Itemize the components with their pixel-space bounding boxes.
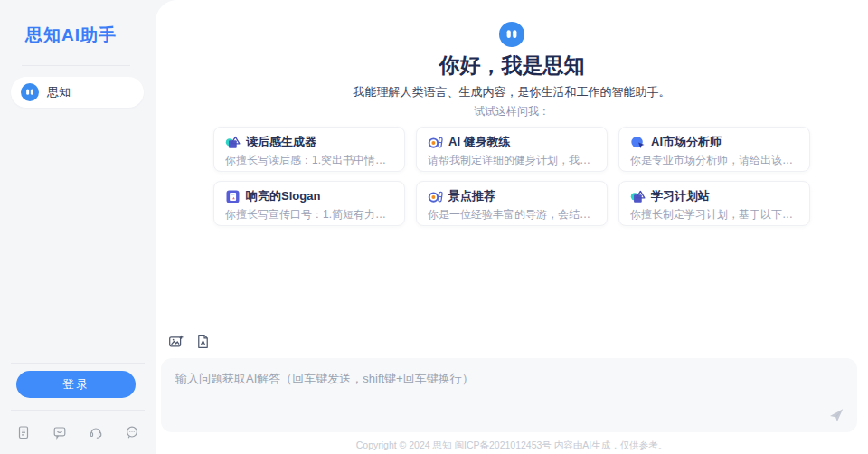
sidebar: 思知AI助手 思知 登录: [0, 0, 156, 454]
doc-purple-icon: [225, 189, 241, 204]
target-pill-icon: [428, 135, 443, 150]
sidebar-footer-icons: [16, 425, 139, 440]
prompt-card-desc: 你擅长写读后感：1.突出书中情节；2.个人...: [225, 153, 393, 168]
prompt-card-fitness-coach[interactable]: AI 健身教练 请帮我制定详细的健身计划，我的目标是：...: [416, 127, 608, 172]
composer: [161, 358, 857, 432]
composer-toolbar: [168, 334, 211, 349]
prompt-card-title: AI市场分析师: [651, 134, 722, 150]
prompt-card-study-plan[interactable]: 学习计划站 你擅长制定学习计划，基于以下学生的情况...: [618, 181, 810, 226]
headset-icon[interactable]: [89, 425, 103, 440]
shapes-icon: [225, 135, 241, 150]
main-panel: 你好，我是思知 我能理解人类语言、生成内容，是你生活和工作的智能助手。 试试这样…: [156, 0, 868, 454]
prompt-card-desc: 你擅长写宣传口号：1.简短有力；2.突出亮...: [225, 207, 393, 222]
prompt-card-title: 响亮的Slogan: [246, 188, 320, 204]
prompt-card-desc: 请帮我制定详细的健身计划，我的目标是：...: [428, 153, 596, 168]
prompt-card-title: 景点推荐: [448, 188, 495, 204]
feedback-icon[interactable]: [52, 425, 67, 440]
prompt-card-market-analyst[interactable]: AI市场分析师 你是专业市场分析师，请给出该行业的市场...: [618, 127, 810, 172]
sidebar-item-conversation[interactable]: 思知: [11, 77, 144, 108]
pdf-upload-icon[interactable]: [195, 334, 211, 349]
chat-icon[interactable]: [125, 425, 139, 440]
prompt-card-desc: 你擅长制定学习计划，基于以下学生的情况...: [630, 207, 798, 222]
prompt-card-desc: 你是专业市场分析师，请给出该行业的市场...: [630, 153, 798, 168]
pie-cursor-icon: [630, 135, 646, 150]
robot-face-icon: [21, 83, 39, 101]
greeting-subtitle: 我能理解人类语言、生成内容，是你生活和工作的智能助手。: [156, 84, 868, 100]
prompt-cards: 读后感生成器 你擅长写读后感：1.突出书中情节；2.个人... AI 健身教练 …: [213, 127, 810, 226]
prompt-card-title: 学习计划站: [651, 188, 710, 204]
prompt-card-title: 读后感生成器: [246, 134, 316, 150]
target-pill-icon: [428, 189, 443, 204]
greeting-hint: 试试这样问我：: [156, 104, 868, 119]
send-icon[interactable]: [828, 407, 844, 423]
image-upload-icon[interactable]: [168, 334, 184, 349]
copyright-footer: Copyright © 2024 思知 闽ICP备2021012453号 内容由…: [156, 440, 868, 452]
prompt-card-desc: 你是一位经验丰富的导游，会结合旅游目的...: [428, 207, 596, 222]
sidebar-divider: [11, 410, 145, 411]
prompt-card-book-review[interactable]: 读后感生成器 你擅长写读后感：1.突出书中情节；2.个人...: [213, 127, 405, 172]
login-button[interactable]: 登录: [16, 371, 136, 398]
app-brand-title: 思知AI助手: [25, 24, 117, 47]
shapes-icon: [630, 189, 646, 204]
prompt-card-attractions[interactable]: 景点推荐 你是一位经验丰富的导游，会结合旅游目的...: [416, 181, 608, 226]
prompt-card-slogan[interactable]: 响亮的Slogan 你擅长写宣传口号：1.简短有力；2.突出亮...: [213, 181, 405, 226]
message-input[interactable]: [161, 358, 857, 432]
sidebar-divider: [22, 65, 130, 66]
prompt-card-title: AI 健身教练: [448, 134, 511, 150]
document-icon[interactable]: [16, 425, 31, 440]
greeting-title: 你好，我是思知: [156, 52, 868, 80]
robot-face-icon: [499, 22, 524, 47]
conversation-label: 思知: [47, 84, 71, 100]
sidebar-divider: [11, 363, 145, 364]
